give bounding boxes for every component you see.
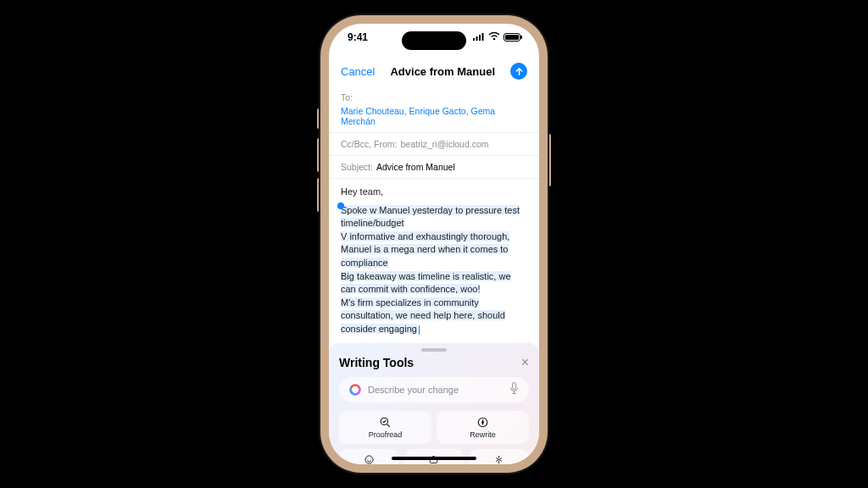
svg-point-4 [493, 38, 496, 41]
svg-point-8 [365, 456, 373, 463]
writing-tools-panel: Writing Tools × Describe your change Pro… [329, 343, 539, 464]
subject-label: Subject: [341, 162, 373, 172]
from-address: beatriz_ri@icloud.com [401, 139, 489, 149]
proofread-button[interactable]: Proofread [339, 411, 431, 444]
svg-rect-3 [482, 33, 484, 41]
panel-title: Writing Tools [339, 356, 414, 369]
svg-rect-0 [473, 38, 475, 41]
rewrite-icon [476, 416, 489, 429]
email-body[interactable]: Hey team, Spoke w Manuel yesterday to pr… [329, 179, 539, 343]
selection-start-handle[interactable] [337, 202, 344, 209]
arrow-up-icon [515, 67, 524, 76]
body-greeting: Hey team, [341, 186, 527, 199]
wifi-icon [488, 31, 500, 43]
prompt-input[interactable]: Describe your change [339, 377, 529, 402]
to-field[interactable]: To: Marie Chouteau, Enrique Gacto, Gema … [329, 86, 539, 133]
battery-icon [504, 33, 520, 42]
selected-text[interactable]: Spoke w Manuel yesterday to pressure tes… [341, 205, 520, 334]
cancel-button[interactable]: Cancel [341, 65, 375, 78]
friendly-button[interactable]: Friendly [339, 449, 399, 464]
svg-rect-5 [513, 382, 516, 389]
rewrite-button[interactable]: Rewrite [437, 411, 529, 444]
compose-header: Cancel Advice from Manuel [329, 61, 539, 86]
send-button[interactable] [510, 63, 527, 80]
to-label: To: [341, 92, 353, 103]
phone-frame: 9:41 Cancel Advice from Manuel [329, 24, 539, 464]
svg-point-9 [367, 458, 368, 458]
close-icon[interactable]: × [521, 355, 529, 370]
home-indicator[interactable] [392, 457, 476, 460]
to-recipients[interactable]: Marie Chouteau, Enrique Gacto, Gema Merc… [341, 106, 527, 126]
svg-rect-2 [479, 35, 481, 41]
compose-title: Advice from Manuel [390, 65, 495, 78]
text-caret [419, 325, 420, 335]
magnify-check-icon [379, 416, 392, 429]
concise-button[interactable]: Concise [469, 449, 529, 464]
signal-icon [473, 31, 485, 43]
subject-value[interactable]: Advice from Manuel [376, 162, 455, 172]
proofread-label: Proofread [369, 430, 403, 439]
panel-grabber[interactable] [421, 348, 447, 352]
microphone-icon[interactable] [509, 382, 519, 397]
cc-label: Cc/Bcc, From: [341, 139, 398, 149]
dynamic-island [402, 31, 466, 50]
prompt-placeholder: Describe your change [368, 385, 503, 395]
svg-rect-1 [476, 36, 478, 41]
svg-point-10 [370, 458, 370, 458]
ai-sparkle-icon [349, 384, 361, 396]
cc-bcc-from-field[interactable]: Cc/Bcc, From: beatriz_ri@icloud.com [329, 133, 539, 156]
smile-icon [364, 454, 375, 464]
concise-icon [493, 454, 504, 464]
subject-field[interactable]: Subject: Advice from Manuel [329, 156, 539, 179]
status-time: 9:41 [348, 31, 368, 43]
rewrite-label: Rewrite [470, 430, 496, 439]
